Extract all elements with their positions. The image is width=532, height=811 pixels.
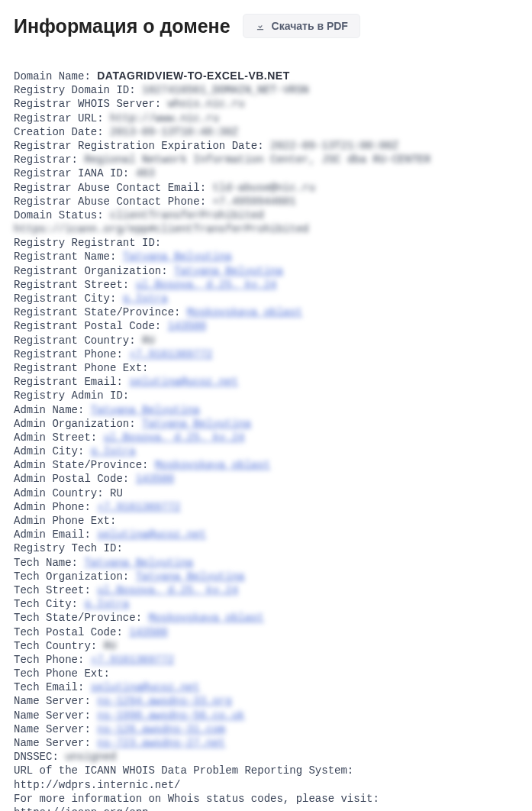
registrar-value: Regional Network Information Center, JSC… (84, 153, 430, 166)
registrar-iana-id-value: 463 (136, 167, 155, 179)
admin-email-value[interactable]: selutina@ucoz.net (97, 528, 206, 541)
registrant-postal-label: Registrant Postal Code: (14, 320, 161, 332)
ns-label: Name Server: (14, 723, 91, 735)
admin-street-label: Admin Street: (14, 431, 97, 444)
registrant-state-label: Registrant State/Province: (14, 306, 180, 318)
tech-postal-label: Tech Postal Code: (14, 626, 123, 638)
registrar-label: Registrar: (14, 153, 78, 166)
domain-status-label: Domain Status: (14, 209, 104, 221)
registrant-org-value[interactable]: Tatyana Belyutina (174, 265, 283, 277)
tech-state-label: Tech State/Province: (14, 612, 142, 624)
creation-date-value: 2013-09-13T10:48:30Z (110, 126, 238, 138)
tech-street-label: Tech Street: (14, 584, 91, 596)
tech-state-value[interactable]: Moskovskaya oblast (148, 612, 263, 624)
admin-postal-value[interactable]: 143500 (136, 473, 174, 485)
ns-label: Name Server: (14, 737, 91, 749)
registrant-street-value[interactable]: ul.Bosova, d.25, kv.24 (136, 279, 277, 291)
ns-label: Name Server: (14, 695, 91, 707)
admin-name-value[interactable]: Tatyana Belyutina (91, 404, 200, 416)
tech-org-label: Tech Organization: (14, 570, 129, 583)
ns1-value[interactable]: ns-1294.awsdns-33.org (97, 695, 231, 707)
ns2-value[interactable]: ns-1990.awsdns-56.co.uk (97, 709, 244, 722)
dnssec-label: DNSSEC: (14, 751, 59, 763)
ns3-value[interactable]: ns-126.awsdns-31.com (97, 723, 225, 735)
registry-registrant-id-label: Registry Registrant ID: (14, 237, 161, 249)
ns4-value[interactable]: ns-723.awsdns-27.net (97, 737, 225, 749)
admin-state-value[interactable]: Moskovskaya oblast (155, 459, 270, 471)
domain-name-label: Domain Name: (14, 70, 91, 82)
download-pdf-button[interactable]: Скачать в PDF (243, 14, 360, 38)
registrant-email-label: Registrant Email: (14, 376, 123, 388)
registrant-street-label: Registrant Street: (14, 279, 129, 291)
registrar-abuse-email-value: tld-abuse@nic.ru (212, 182, 314, 194)
creation-date-label: Creation Date: (14, 126, 104, 138)
registrar-url-value: http://www.nic.ru (110, 112, 219, 124)
admin-postal-label: Admin Postal Code: (14, 473, 129, 485)
download-pdf-label: Скачать в PDF (272, 20, 348, 32)
more-info-line2: https://icann.org/epp (14, 806, 148, 811)
registry-domain-id-value: 1827416561_DOMAIN_NET-VRSN (142, 84, 308, 96)
ns-label: Name Server: (14, 709, 91, 722)
registry-domain-id-label: Registry Domain ID: (14, 84, 136, 96)
page-title: Информация о домене (14, 15, 231, 37)
tech-phone-value[interactable]: +7.9161369772 (91, 654, 174, 666)
tech-street-value[interactable]: ul.Bosova, d.25, kv.24 (97, 584, 238, 596)
admin-city-label: Admin City: (14, 445, 84, 457)
registrant-state-value[interactable]: Moskovskaya oblast (187, 306, 302, 318)
expiration-date-label: Registrar Registration Expiration Date: (14, 140, 264, 152)
registrar-whois-server-label: Registrar WHOIS Server: (14, 98, 161, 110)
tech-city-label: Tech City: (14, 598, 78, 610)
admin-phone-ext-label: Admin Phone Ext: (14, 515, 116, 527)
registrant-name-label: Registrant Name: (14, 250, 116, 263)
registrant-email-value[interactable]: selutina@ucoz.net (129, 376, 238, 388)
registrar-abuse-phone-value: +7.4959944601 (212, 195, 295, 208)
registrant-org-label: Registrant Organization: (14, 265, 168, 277)
admin-email-label: Admin Email: (14, 528, 91, 541)
admin-state-label: Admin State/Province: (14, 459, 148, 471)
registrant-country-value: RU (142, 334, 155, 347)
domain-name-value: DATAGRIDVIEW-TO-EXCEL-VB.NET (97, 69, 290, 82)
tech-name-label: Tech Name: (14, 557, 78, 569)
admin-phone-label: Admin Phone: (14, 501, 91, 513)
registrant-phone-value[interactable]: +7.9161369772 (129, 348, 212, 360)
download-icon (255, 21, 266, 31)
tech-country-label: Tech Country: (14, 640, 97, 652)
tech-phone-ext-label: Tech Phone Ext: (14, 667, 110, 680)
tech-phone-label: Tech Phone: (14, 654, 84, 666)
tech-postal-value[interactable]: 143500 (129, 626, 167, 638)
registry-admin-id-label: Registry Admin ID: (14, 389, 129, 402)
admin-org-value[interactable]: Tatyana Belyutina (142, 418, 251, 430)
tech-name-value[interactable]: Tatyana Belyutina (84, 557, 193, 569)
admin-country-label: Admin Country: RU (14, 487, 123, 499)
registry-tech-id-label: Registry Tech ID: (14, 542, 123, 554)
registrant-phone-ext-label: Registrant Phone Ext: (14, 362, 148, 374)
registrant-country-label: Registrant Country: (14, 334, 136, 347)
whois-block: Domain Name: DATAGRIDVIEW-TO-EXCEL-VB.NE… (14, 69, 518, 811)
registrar-abuse-email-label: Registrar Abuse Contact Email: (14, 182, 206, 194)
tech-org-value[interactable]: Tatyana Belyutina (136, 570, 245, 583)
icann-problem-line1: URL of the ICANN WHOIS Data Problem Repo… (14, 764, 353, 777)
admin-street-value[interactable]: ul.Bosova, d.25, kv.24 (104, 431, 245, 444)
admin-name-label: Admin Name: (14, 404, 84, 416)
registrar-abuse-phone-label: Registrar Abuse Contact Phone: (14, 195, 206, 208)
registrar-iana-id-label: Registrar IANA ID: (14, 167, 129, 179)
icann-problem-line2: http://wdprs.internic.net/ (14, 779, 180, 791)
admin-city-value[interactable]: g.Istra (91, 445, 136, 457)
registrar-whois-server-value: whois.nic.ru (168, 98, 245, 110)
registrant-name-value[interactable]: Tatyana Belyutina (123, 250, 232, 263)
admin-phone-value[interactable]: +7.9161369772 (97, 501, 180, 513)
registrant-city-value[interactable]: g.Istra (123, 292, 168, 305)
tech-email-value[interactable]: selutina@ucoz.net (91, 681, 200, 693)
registrant-city-label: Registrant City: (14, 292, 116, 305)
registrant-postal-value[interactable]: 143500 (168, 320, 206, 332)
expiration-date-value: 2022-09-13T21:00:00Z (270, 140, 398, 152)
dnssec-value: unsigned (65, 751, 116, 763)
tech-country-value: RU (104, 640, 117, 652)
registrant-phone-label: Registrant Phone: (14, 348, 123, 360)
tech-city-value[interactable]: g.Istra (84, 598, 129, 610)
registrar-url-label: Registrar URL: (14, 112, 104, 124)
tech-email-label: Tech Email: (14, 681, 84, 693)
admin-org-label: Admin Organization: (14, 418, 136, 430)
more-info-line1: For more information on Whois status cod… (14, 793, 379, 805)
